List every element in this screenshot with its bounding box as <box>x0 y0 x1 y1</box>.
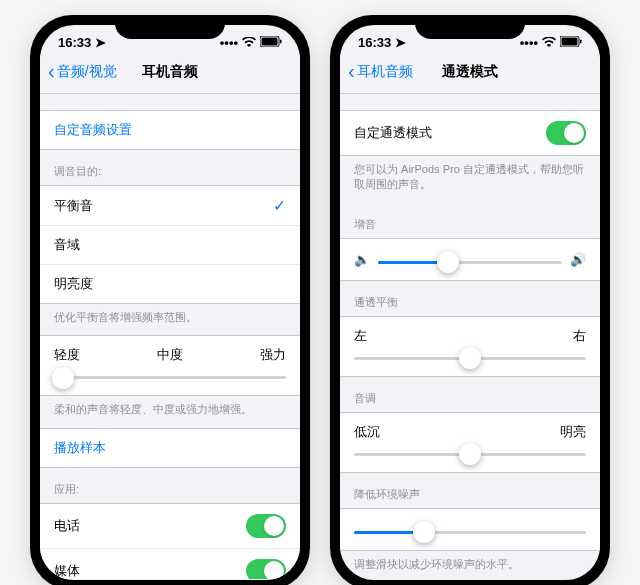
nav-bar: ‹ 音频/视觉 耳机音频 <box>40 54 300 94</box>
notch <box>415 15 525 39</box>
balance-right: 右 <box>573 327 586 345</box>
page-title: 通透模式 <box>442 63 498 81</box>
status-icons: •••• <box>220 35 282 50</box>
section-footer: 柔和的声音将轻度、中度或强力地增强。 <box>40 396 300 427</box>
custom-transparency-toggle[interactable] <box>546 121 586 145</box>
tone-low: 低沉 <box>354 423 380 441</box>
amplify-slider[interactable] <box>378 261 562 264</box>
phone-left: 16:33 ➤ •••• ‹ 音频/视觉 耳机音频 自定音频设置 <box>30 15 310 585</box>
amplify-slider-row: 🔈 🔊 <box>340 238 600 281</box>
section-footer: 您可以为 AirPods Pro 自定通透模式，帮助您听取周围的声音。 <box>340 156 600 203</box>
nav-bar: ‹ 耳机音频 通透模式 <box>340 54 600 94</box>
status-icons: •••• <box>520 35 582 50</box>
tone-bright: 明亮 <box>560 423 586 441</box>
apply-phone-row[interactable]: 电话 <box>40 504 300 549</box>
option-brightness[interactable]: 明亮度 <box>40 265 300 303</box>
status-time: 16:33 <box>358 35 391 50</box>
strength-slider-row: 轻度 中度 强力 <box>40 335 300 396</box>
svg-rect-1 <box>262 38 278 46</box>
section-footer: 调整滑块以减少环境噪声的水平。 <box>340 551 600 579</box>
back-label: 音频/视觉 <box>57 63 117 81</box>
option-vocal[interactable]: 音域 <box>40 226 300 265</box>
location-icon: ➤ <box>395 35 406 50</box>
section-label: 通透平衡 <box>340 281 600 316</box>
content[interactable]: 自定通透模式 您可以为 AirPods Pro 自定通透模式，帮助您听取周围的声… <box>340 94 600 579</box>
signal-icon: •••• <box>520 35 538 50</box>
volume-high-icon: 🔊 <box>570 252 586 267</box>
battery-icon <box>560 35 582 50</box>
section-label: 增音 <box>340 203 600 238</box>
section-footer: 优化平衡音将增强频率范围。 <box>40 304 300 335</box>
phone-right: 16:33 ➤ •••• ‹ 耳机音频 通透模式 <box>330 15 610 585</box>
apply-media-row[interactable]: 媒体 <box>40 549 300 579</box>
strength-strong: 强力 <box>260 346 286 364</box>
svg-rect-2 <box>280 40 282 44</box>
strength-mild: 轻度 <box>54 346 80 364</box>
slider-thumb[interactable] <box>413 521 435 543</box>
notch <box>115 15 225 39</box>
svg-rect-4 <box>562 38 578 46</box>
slider-thumb[interactable] <box>52 367 74 389</box>
section-label: 应用: <box>40 468 300 503</box>
back-button[interactable]: ‹ 耳机音频 <box>348 60 413 83</box>
signal-icon: •••• <box>220 35 238 50</box>
status-time: 16:33 <box>58 35 91 50</box>
slider-thumb[interactable] <box>459 347 481 369</box>
screen: 16:33 ➤ •••• ‹ 音频/视觉 耳机音频 自定音频设置 <box>40 25 300 580</box>
screen: 16:33 ➤ •••• ‹ 耳机音频 通透模式 <box>340 25 600 580</box>
custom-transparency-row[interactable]: 自定通透模式 <box>340 111 600 155</box>
content[interactable]: 自定音频设置 调音目的: 平衡音 ✓ 音域 明亮度 优化平衡音将增强频率范围。 … <box>40 94 300 579</box>
section-label: 调音目的: <box>40 150 300 185</box>
noise-slider-row <box>340 508 600 551</box>
wifi-icon <box>242 35 256 50</box>
page-title: 耳机音频 <box>142 63 198 81</box>
media-toggle[interactable] <box>246 559 286 579</box>
balance-slider-row: 左 右 <box>340 316 600 377</box>
strength-moderate: 中度 <box>157 346 183 364</box>
wifi-icon <box>542 35 556 50</box>
chevron-left-icon: ‹ <box>48 60 55 83</box>
back-button[interactable]: ‹ 音频/视觉 <box>48 60 117 83</box>
option-balance[interactable]: 平衡音 ✓ <box>40 186 300 226</box>
noise-slider[interactable] <box>354 531 586 534</box>
balance-slider[interactable] <box>354 357 586 360</box>
phone-toggle[interactable] <box>246 514 286 538</box>
svg-rect-5 <box>580 40 582 44</box>
chevron-left-icon: ‹ <box>348 60 355 83</box>
back-label: 耳机音频 <box>357 63 413 81</box>
slider-thumb[interactable] <box>459 443 481 465</box>
balance-left: 左 <box>354 327 367 345</box>
tone-slider-row: 低沉 明亮 <box>340 412 600 473</box>
section-label: 音调 <box>340 377 600 412</box>
tone-slider[interactable] <box>354 453 586 456</box>
checkmark-icon: ✓ <box>273 196 286 215</box>
section-label: 降低环境噪声 <box>340 473 600 508</box>
play-sample-row[interactable]: 播放样本 <box>40 429 300 467</box>
location-icon: ➤ <box>95 35 106 50</box>
slider-thumb[interactable] <box>437 251 459 273</box>
battery-icon <box>260 35 282 50</box>
volume-low-icon: 🔈 <box>354 252 370 267</box>
strength-slider[interactable] <box>54 376 286 379</box>
customize-audio-row[interactable]: 自定音频设置 <box>40 111 300 149</box>
